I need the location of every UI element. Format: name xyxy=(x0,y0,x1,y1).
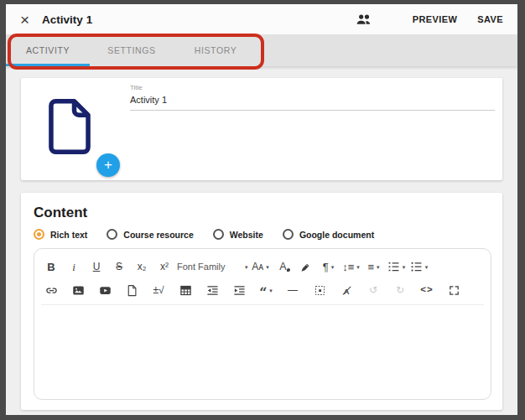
code-view-button[interactable]: <> xyxy=(417,280,437,300)
insert-link-button[interactable] xyxy=(41,280,61,300)
rich-text-editor: BiUSx₂x²Font Family▾Aᴀ▾A¶▾↕≡▾≡▾▾▾ ±√“▾—A… xyxy=(34,248,491,400)
title-input[interactable] xyxy=(130,91,495,111)
insert-math-icon: ±√ xyxy=(153,285,164,295)
code-view-icon: <> xyxy=(420,285,433,295)
tab-list: ACTIVITYSETTINGSHISTORY xyxy=(6,34,257,66)
ul-icon xyxy=(410,261,423,273)
radio-icon xyxy=(213,229,224,240)
indent-button[interactable] xyxy=(229,280,249,300)
strikethrough-icon: S xyxy=(116,262,122,272)
chevron-down-icon: ▾ xyxy=(331,264,335,270)
table-icon xyxy=(179,284,192,297)
paragraph-format-icon: ¶ xyxy=(323,262,329,272)
content-type-rich-text[interactable]: Rich text xyxy=(34,229,87,240)
font-size-icon: Aᴀ xyxy=(252,262,263,272)
content-type-google-document[interactable]: Google document xyxy=(283,229,374,240)
title-field-label: Title xyxy=(130,84,495,91)
bold-icon: B xyxy=(47,262,55,272)
italic-icon: i xyxy=(72,262,75,272)
people-icon[interactable] xyxy=(356,11,372,28)
insert-hr-button[interactable]: — xyxy=(283,280,303,300)
save-button[interactable]: SAVE xyxy=(477,14,503,24)
chevron-down-icon: ▾ xyxy=(377,264,380,270)
chevron-down-icon: ▾ xyxy=(245,264,248,270)
text-color-button[interactable]: A xyxy=(273,257,294,277)
preview-button[interactable]: PREVIEW xyxy=(413,14,458,24)
quote-button[interactable]: “▾ xyxy=(256,280,276,300)
italic-button[interactable]: i xyxy=(64,257,84,277)
editor-toolbar-row-2: ±√“▾—A↺↻<> xyxy=(34,278,491,302)
paragraph-format-button[interactable]: ¶▾ xyxy=(319,257,339,277)
fullscreen-button[interactable] xyxy=(444,280,464,300)
content-type-label: Rich text xyxy=(50,230,87,240)
tab-activity[interactable]: ACTIVITY xyxy=(6,34,90,66)
outdent-button[interactable] xyxy=(202,280,222,300)
undo-icon: ↺ xyxy=(369,285,377,295)
content-type-label: Google document xyxy=(299,230,374,240)
underline-icon: U xyxy=(93,262,101,272)
file-icon xyxy=(126,284,138,297)
strikethrough-button[interactable]: S xyxy=(109,257,129,277)
insert-hr-icon: — xyxy=(288,285,298,295)
tab-history[interactable]: HISTORY xyxy=(174,34,257,66)
insert-video-button[interactable] xyxy=(95,280,115,300)
title-field: Title xyxy=(130,78,495,111)
document-icon xyxy=(46,98,93,158)
editor-toolbar-row-1: BiUSx₂x²Font Family▾Aᴀ▾A¶▾↕≡▾≡▾▾▾ xyxy=(34,255,491,278)
insert-image-button[interactable] xyxy=(68,280,88,300)
add-image-button[interactable]: + xyxy=(96,153,120,177)
underline-button[interactable]: U xyxy=(86,257,107,277)
superscript-icon: x² xyxy=(160,262,169,272)
select-all-button[interactable] xyxy=(309,280,330,300)
insert-file-button[interactable] xyxy=(122,280,142,300)
bold-button[interactable]: B xyxy=(41,257,61,277)
radio-icon xyxy=(107,229,117,240)
ordered-list-button[interactable]: ▾ xyxy=(387,257,407,277)
content-type-label: Course resource xyxy=(123,230,193,240)
select-all-icon xyxy=(314,284,326,297)
title-card: + Title xyxy=(21,78,502,180)
line-height-icon: ↕≡ xyxy=(342,262,354,272)
font-family-button[interactable]: Font Family▾ xyxy=(177,257,248,277)
text-color-icon: A xyxy=(279,262,286,272)
clear-formatting-button[interactable]: A xyxy=(336,280,356,300)
page-body: + Title Content Rich textCourse resource… xyxy=(6,66,517,415)
highlight-button[interactable] xyxy=(296,257,316,277)
undo-button[interactable]: ↺ xyxy=(363,280,383,300)
font-size-button[interactable]: Aᴀ▾ xyxy=(251,257,271,277)
unordered-list-button[interactable]: ▾ xyxy=(409,257,429,277)
subscript-button[interactable]: x₂ xyxy=(132,257,152,277)
radio-icon xyxy=(283,229,294,240)
redo-button[interactable]: ↻ xyxy=(390,280,410,300)
tab-bar: ACTIVITYSETTINGSHISTORY xyxy=(6,34,517,66)
line-height-button[interactable]: ↕≡▾ xyxy=(341,257,361,277)
chevron-down-icon: ▾ xyxy=(266,264,269,270)
chevron-down-icon: ▾ xyxy=(356,264,360,270)
page-title: Activity 1 xyxy=(42,13,92,26)
subscript-icon: x₂ xyxy=(138,262,147,272)
insert-math-button[interactable]: ±√ xyxy=(148,280,169,300)
active-tab-underline xyxy=(6,64,90,66)
content-heading: Content xyxy=(34,205,491,221)
superscript-button[interactable]: x² xyxy=(154,257,174,277)
radio-dot xyxy=(37,232,41,236)
fullscreen-icon xyxy=(448,284,460,297)
close-icon[interactable]: × xyxy=(20,12,29,28)
tab-settings[interactable]: SETTINGS xyxy=(90,34,174,66)
ol-icon xyxy=(387,261,400,273)
activity-editor-window: × Activity 1 PREVIEW SAVE ACTIVITYSETTIN… xyxy=(6,4,517,415)
link-icon xyxy=(45,284,58,297)
chevron-down-icon: ▾ xyxy=(425,264,429,270)
content-type-options: Rich textCourse resourceWebsiteGoogle do… xyxy=(34,229,491,240)
image-icon xyxy=(72,284,85,297)
indent-icon xyxy=(233,284,246,297)
outdent-icon xyxy=(206,284,219,297)
tab-label: HISTORY xyxy=(195,45,237,55)
content-type-label: Website xyxy=(230,230,263,240)
align-button[interactable]: ≡▾ xyxy=(364,257,384,277)
editor-content[interactable] xyxy=(34,305,491,399)
insert-table-button[interactable] xyxy=(175,280,195,300)
content-type-website[interactable]: Website xyxy=(213,229,263,240)
content-type-course-resource[interactable]: Course resource xyxy=(107,229,193,240)
tab-label: ACTIVITY xyxy=(26,45,70,55)
